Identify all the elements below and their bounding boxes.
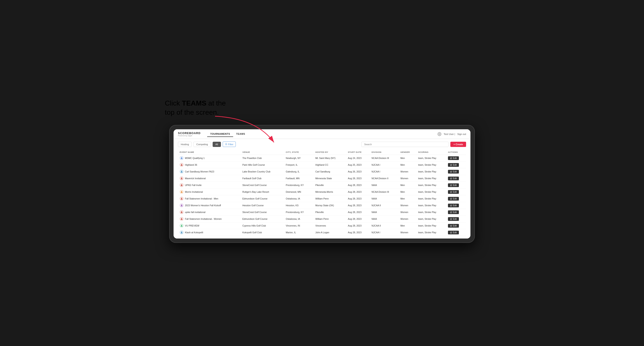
event-name-cell: UPKE Fall Invite xyxy=(178,182,240,188)
gender-cell: Men xyxy=(399,188,416,195)
tab-teams[interactable]: TEAMS xyxy=(233,131,248,137)
venue-cell: Cypress Hills Golf Club xyxy=(240,222,284,229)
svg-point-11 xyxy=(181,218,182,219)
start-date-cell: Aug 28, 2023 xyxy=(346,209,370,216)
edit-button[interactable]: Edit xyxy=(448,190,459,194)
team-icon xyxy=(180,197,184,200)
start-date-cell: Aug 28, 2023 xyxy=(346,222,370,229)
table-row: Fall Statesmen Invitational - Men Edmund… xyxy=(178,195,466,202)
team-icon xyxy=(180,210,184,214)
hosted-by-cell: Vincennes xyxy=(314,222,346,229)
instruction-prefix: Click xyxy=(165,99,182,107)
team-icon xyxy=(180,156,184,160)
venue-cell: Ruttger's Bay Lake Resort xyxy=(240,188,284,195)
tab-tournaments[interactable]: TOURNAMENTS xyxy=(207,131,233,137)
svg-point-9 xyxy=(181,204,182,205)
edit-button[interactable]: Edit xyxy=(448,163,459,167)
team-icon xyxy=(180,230,184,234)
competing-filter-btn[interactable]: Competing xyxy=(194,142,211,147)
event-name-cell: MSMC Qualifying 1 xyxy=(178,155,240,162)
edit-button[interactable]: Edit xyxy=(448,231,459,234)
gender-cell: Men xyxy=(399,182,416,188)
tablet-frame: SCOREBOARD Powered by clippit TOURNAMENT… xyxy=(169,125,475,243)
team-icon xyxy=(180,183,184,187)
table-row: MSMC Qualifying 1 The Powelton ClubNewbu… xyxy=(178,155,466,162)
city-state-cell: Freeport, IL xyxy=(284,162,314,168)
gender-cell: Women xyxy=(399,229,416,236)
hosting-filter-btn[interactable]: Hosting xyxy=(178,142,192,147)
venue-cell: Park Hills Golf Course xyxy=(240,162,284,168)
actions-cell: Edit xyxy=(446,229,466,236)
nav-right: Test User | Sign out xyxy=(438,132,466,136)
start-date-cell: Aug 28, 2023 xyxy=(346,182,370,188)
svg-point-10 xyxy=(181,211,182,212)
filter-btn[interactable]: ☰ Filter xyxy=(223,142,236,147)
hosted-by-cell: Highland CC xyxy=(314,162,346,168)
col-city-state: CITY, STATE xyxy=(284,150,314,155)
start-date-cell: Aug 25, 2023 xyxy=(346,162,370,168)
col-hosted-by: HOSTED BY xyxy=(314,150,346,155)
division-cell: NJCAA I xyxy=(370,162,399,168)
logo-title: SCOREBOARD xyxy=(178,132,200,135)
event-name: Fall Statesmen Invitational - Women xyxy=(185,218,222,220)
division-cell: NCAA Division III xyxy=(370,188,399,195)
create-btn[interactable]: + Create xyxy=(450,142,466,147)
svg-point-12 xyxy=(181,225,182,226)
edit-button[interactable]: Edit xyxy=(448,204,459,207)
venue-cell: The Powelton Club xyxy=(240,155,284,162)
venue-cell: StoneCrest Golf Course xyxy=(240,182,284,188)
event-name: 2023 Women's Hesston Fall Kickoff xyxy=(185,204,221,207)
actions-cell: Edit xyxy=(446,209,466,216)
event-name: MSMC Qualifying 1 xyxy=(185,157,204,159)
search-input[interactable] xyxy=(361,142,448,147)
svg-point-4 xyxy=(181,171,182,172)
edit-button[interactable]: Edit xyxy=(448,197,459,200)
start-date-cell: Aug 26, 2023 xyxy=(346,168,370,175)
city-state-cell: Prestonsburg, KY xyxy=(284,209,314,216)
edit-button[interactable]: Edit xyxy=(448,224,459,228)
svg-point-7 xyxy=(181,191,182,192)
user-label: Test User | xyxy=(444,133,455,135)
actions-cell: Edit xyxy=(446,216,466,222)
table-row: Morris Invitational Ruttger's Bay Lake R… xyxy=(178,188,466,195)
settings-icon[interactable] xyxy=(438,132,442,136)
event-name: Morris Invitational xyxy=(185,190,203,193)
event-name-cell: Fall Statesmen Invitational - Women xyxy=(178,216,240,222)
gender-cell: Women xyxy=(399,168,416,175)
table-row: 2023 Women's Hesston Fall Kickoff Hessto… xyxy=(178,202,466,209)
gender-cell: Women xyxy=(399,216,416,222)
filter-bar: Hosting Competing All ☰ Filter + Create xyxy=(178,142,466,147)
col-division: DIVISION xyxy=(370,150,399,155)
start-date-cell: Aug 28, 2023 xyxy=(346,216,370,222)
table-row: Highland 36 Park Hills Golf CourseFreepo… xyxy=(178,162,466,168)
edit-button[interactable]: Edit xyxy=(448,156,459,160)
actions-cell: Edit xyxy=(446,182,466,188)
gender-cell: Women xyxy=(399,175,416,182)
scoring-cell: team, Stroke Play xyxy=(416,168,446,175)
edit-button[interactable]: Edit xyxy=(448,176,459,180)
scoring-cell: team, Stroke Play xyxy=(416,155,446,162)
gender-cell: Women xyxy=(399,209,416,216)
scoring-cell: team, Stroke Play xyxy=(416,175,446,182)
all-filter-btn[interactable]: All xyxy=(213,142,221,147)
edit-button[interactable]: Edit xyxy=(448,170,459,173)
venue-cell: Faribault Golf Club xyxy=(240,175,284,182)
city-state-cell: Prestonsburg, KY xyxy=(284,182,314,188)
svg-point-2 xyxy=(181,157,182,158)
logo-subtitle: Powered by clippit xyxy=(178,135,200,137)
hosted-by-cell: Pikeville xyxy=(314,209,346,216)
actions-cell: Edit xyxy=(446,175,466,182)
city-state-cell: Hesston, KS xyxy=(284,202,314,209)
gender-cell: Men xyxy=(399,155,416,162)
event-name: Fall Statesmen Invitational - Men xyxy=(185,197,218,200)
edit-button[interactable]: Edit xyxy=(448,183,459,187)
venue-cell: Lake Bracken Country Club xyxy=(240,168,284,175)
col-actions: ACTIONS xyxy=(446,150,466,155)
actions-cell: Edit xyxy=(446,222,466,229)
scoring-cell: team, Stroke Play xyxy=(416,202,446,209)
svg-point-8 xyxy=(181,198,182,199)
sign-out-link[interactable]: Sign out xyxy=(457,133,466,135)
svg-point-3 xyxy=(181,164,182,165)
edit-button[interactable]: Edit xyxy=(448,217,459,221)
edit-button[interactable]: Edit xyxy=(448,210,459,214)
